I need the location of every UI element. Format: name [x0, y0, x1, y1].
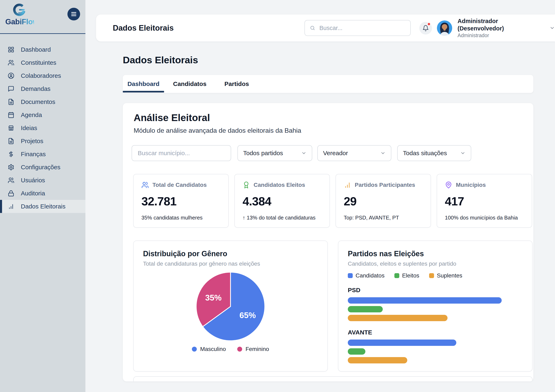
sidebar-item-label: Colaboradores — [21, 72, 61, 79]
next-section-card-partial — [133, 376, 533, 381]
situation-select[interactable]: Todas situações — [397, 145, 471, 161]
sidebar-item-configuracoes[interactable]: Configurações — [0, 161, 85, 174]
legend-dot-feminino — [237, 347, 242, 352]
stat-value: 4.384 — [242, 194, 322, 208]
sidebar-item-demandas[interactable]: Demandas — [0, 82, 85, 95]
bar-chart-title: Partidos nas Eleições — [348, 249, 523, 258]
stat-note: 100% dos municípios da Bahia — [445, 214, 524, 221]
office-select-value: Vereador — [323, 150, 348, 157]
gabiflow-logo: GabiFlow — [5, 3, 34, 26]
chevron-down-icon — [549, 25, 555, 31]
dollar-icon — [8, 151, 14, 157]
search-input[interactable] — [319, 25, 405, 31]
tab-partidos[interactable]: Partidos — [215, 75, 258, 93]
tab-candidatos[interactable]: Candidatos — [164, 75, 215, 93]
party-group-psd: PSD — [348, 287, 523, 321]
calendar-icon — [8, 112, 14, 118]
sidebar-toggle-button[interactable] — [67, 8, 80, 21]
avatar — [437, 21, 452, 36]
gender-pie-chart: 65%35% — [195, 271, 266, 342]
analysis-title: Análise Eleitoral — [134, 112, 210, 123]
sidebar-item-label: Constituintes — [21, 59, 56, 66]
stat-label: Candidatos Eleitos — [254, 182, 305, 188]
user-role: Administrador — [458, 32, 541, 39]
page-title: Dados Eleitorais — [123, 54, 198, 65]
legend-swatch-eleitos — [394, 273, 399, 278]
stat-value: 29 — [344, 194, 423, 208]
stat-card-municipios: Municípios 417 100% dos municípios da Ba… — [437, 174, 532, 228]
party-name: AVANTE — [348, 329, 523, 336]
layout-grid-icon — [8, 46, 14, 53]
sidebar-item-label: Configurações — [21, 164, 60, 171]
sidebar-item-dados-eleitorais[interactable]: Dados Eleitorais — [0, 200, 85, 213]
legend-label: Feminino — [245, 346, 269, 352]
menu-icon — [71, 11, 77, 17]
legend-label: Candidatos — [356, 272, 385, 279]
brand-name: GabiFlow — [5, 18, 34, 26]
sidebar-item-usuarios[interactable]: Usuários — [0, 174, 85, 187]
file-text-icon — [8, 138, 14, 144]
sidebar-item-label: Dados Eleitorais — [21, 203, 66, 210]
search-icon — [310, 25, 315, 31]
gabiflow-logo-icon — [13, 3, 27, 17]
message-square-icon — [8, 86, 14, 92]
party-group-avante: AVANTE — [348, 329, 523, 363]
sidebar-item-label: Auditoria — [21, 190, 45, 197]
pie-slice-label: 35% — [205, 293, 221, 302]
stats-row: Total de Candidatos 32.781 35% candidata… — [133, 174, 533, 228]
stat-card-partidos-participantes: Partidos Participantes 29 Top: PSD, AVAN… — [336, 174, 431, 228]
office-select[interactable]: Vereador — [317, 145, 391, 161]
bar-avante-eleitos — [348, 348, 365, 355]
pie-chart-subtitle: Total de candidaturas por gênero nas ele… — [143, 261, 318, 267]
award-icon — [242, 181, 250, 189]
users-icon — [141, 181, 149, 189]
bar-legend: Candidatos Eleitos Suplentes — [348, 272, 523, 279]
bar-psd-suplentes — [348, 315, 447, 321]
sidebar-item-constituintes[interactable]: Constituintes — [0, 56, 85, 69]
legend-label: Eleitos — [402, 272, 419, 279]
pie-chart-title: Distribuição por Gênero — [143, 249, 318, 258]
stat-note: Top: PSD, AVANTE, PT — [344, 214, 423, 221]
sidebar-item-dashboard[interactable]: Dashboard — [0, 43, 85, 56]
header-title: Dados Eleitorais — [113, 14, 174, 42]
pie-legend: Masculino Feminino — [143, 346, 318, 352]
sidebar-item-label: Agenda — [21, 112, 42, 118]
sidebar-item-colaboradores[interactable]: Colaboradores — [0, 69, 85, 82]
sidebar-item-label: Ideias — [21, 125, 37, 131]
party-name: PSD — [348, 287, 523, 294]
situation-select-value: Todas situações — [403, 150, 447, 157]
legend-item-masculino: Masculino — [192, 346, 226, 352]
bar-chart-icon — [344, 181, 351, 189]
bar-avante-candidatos — [348, 340, 456, 346]
sidebar-item-label: Demandas — [21, 85, 51, 92]
stat-value: 417 — [445, 194, 524, 208]
sidebar-item-financas[interactable]: Finanças — [0, 148, 85, 161]
legend-item-feminino: Feminino — [237, 346, 269, 352]
sidebar-item-projetos[interactable]: Projetos — [0, 135, 85, 148]
bar-psd-candidatos — [348, 297, 502, 304]
sidebar-item-documentos[interactable]: Documentos — [0, 95, 85, 108]
tabs: Dashboard Candidatos Partidos — [123, 75, 533, 93]
sidebar-item-auditoria[interactable]: Auditoria — [0, 187, 85, 200]
chevron-down-icon — [460, 150, 466, 156]
sidebar-item-ideias[interactable]: Ideias — [0, 121, 85, 135]
tab-dashboard[interactable]: Dashboard — [123, 75, 164, 93]
notifications-button[interactable] — [419, 22, 432, 35]
map-pin-icon — [445, 181, 452, 189]
chevron-down-icon — [301, 150, 307, 156]
tabs-card: Dashboard Candidatos Partidos — [123, 75, 533, 93]
legend-dot-masculino — [192, 347, 197, 352]
gear-icon — [8, 164, 14, 171]
sidebar: GabiFlow Dashboard Constituintes Colabor… — [0, 0, 85, 392]
sidebar-divider — [0, 33, 85, 34]
sidebar-nav: Dashboard Constituintes Colaboradores De… — [0, 43, 85, 213]
stat-label: Total de Candidatos — [153, 182, 207, 188]
bar-psd-eleitos — [348, 306, 383, 312]
party-select-value: Todos partidos — [243, 150, 283, 157]
analysis-subtitle: Módulo de análise avançada de dados elei… — [134, 127, 301, 134]
user-menu[interactable]: Administrador (Desenvolvedor) Administra… — [437, 18, 555, 38]
bar-chart-icon — [8, 203, 14, 210]
municipality-search-input[interactable] — [131, 145, 231, 161]
party-select[interactable]: Todos partidos — [237, 145, 312, 161]
sidebar-item-agenda[interactable]: Agenda — [0, 108, 85, 121]
